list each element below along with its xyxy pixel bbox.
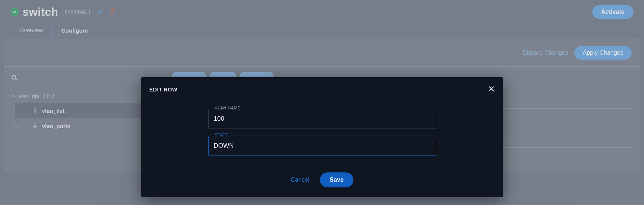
modal-header: EDIT ROW — [141, 85, 503, 99]
vlan-name-input[interactable] — [208, 109, 436, 129]
close-icon[interactable] — [488, 85, 495, 94]
vlan-name-label: VLAN NAME — [213, 106, 243, 110]
cancel-button[interactable]: Cancel — [291, 177, 309, 183]
modal-actions: Cancel Save — [141, 172, 503, 187]
save-button[interactable]: Save — [320, 172, 353, 187]
modal-title: EDIT ROW — [149, 87, 177, 93]
modal-body: VLAN NAME STATE — [141, 99, 503, 156]
modal-overlay: EDIT ROW VLAN NAME STATE Cancel Save — [0, 0, 644, 205]
state-label: STATE — [213, 133, 231, 137]
state-field-wrap: STATE — [208, 136, 436, 156]
text-caret — [237, 142, 237, 150]
vlan-name-field-wrap: VLAN NAME — [208, 109, 436, 129]
state-input[interactable] — [208, 136, 436, 156]
edit-row-modal: EDIT ROW VLAN NAME STATE Cancel Save — [141, 77, 503, 197]
